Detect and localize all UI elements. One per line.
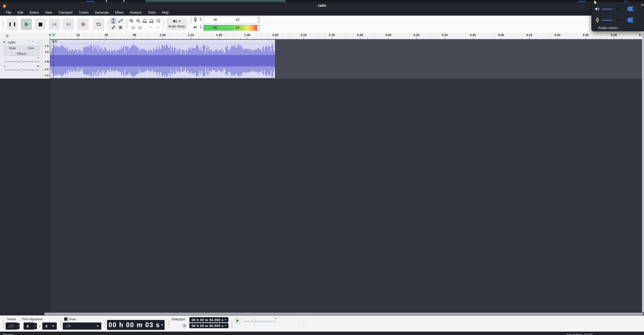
play-at-speed-button[interactable]	[234, 317, 241, 324]
menu-item[interactable]: Edit	[14, 11, 26, 15]
time-toolbar-grip[interactable]	[104, 320, 106, 328]
time-signature-lower-select[interactable]: 4	[42, 322, 57, 330]
play-at-speed-grip[interactable]	[231, 320, 233, 328]
audio-position-value: 00 h 00 m 03 s	[109, 321, 160, 329]
time-signature-upper-input[interactable]: 4	[24, 322, 35, 330]
skip-to-start-button[interactable]	[49, 19, 60, 30]
waveform[interactable]	[50, 43, 275, 78]
zoom-fit-button[interactable]	[149, 18, 155, 24]
selection-toolbar-grip[interactable]	[168, 320, 170, 328]
menu-item[interactable]: Transport	[55, 11, 76, 15]
track-collapse-icon[interactable]: ⌃	[31, 41, 34, 44]
recording-meter[interactable]: LR -48 -24	[193, 16, 263, 23]
output-volume-slider[interactable]	[602, 9, 621, 10]
gain-slider-thumb[interactable]	[20, 60, 23, 63]
tempo-stepper[interactable]	[17, 323, 20, 329]
pan-slider-thumb[interactable]	[20, 68, 23, 71]
selection-start-field[interactable]: 00 h 00 m 00.000 s	[189, 317, 228, 322]
timeline-tick	[360, 37, 360, 39]
menu-item[interactable]: View	[42, 11, 55, 15]
snap-select[interactable]: 1/8	[63, 322, 101, 330]
timeline-tick	[473, 37, 473, 39]
output-mute-toggle[interactable]	[627, 6, 637, 11]
input-volume-thumb[interactable]	[612, 18, 616, 22]
trim-audio-button[interactable]	[130, 25, 136, 30]
mute-button[interactable]: Mute	[4, 46, 21, 50]
transport-toolbar-grip[interactable]	[2, 20, 4, 29]
play-button[interactable]	[21, 19, 32, 30]
timeline-label: 0	[49, 33, 51, 37]
envelope-tool-button[interactable]	[117, 18, 123, 24]
snapping-toolbar-grip[interactable]	[60, 320, 62, 328]
menu-item[interactable]: File	[3, 11, 14, 15]
playback-meter[interactable]: LR -48 -24	[193, 24, 263, 31]
menu-item[interactable]: Generate	[92, 11, 112, 15]
menu-item[interactable]: Select	[26, 11, 42, 15]
recording-meter-grip[interactable]	[190, 16, 192, 23]
redo-button[interactable]	[155, 25, 161, 30]
menu-item[interactable]: Analyze	[127, 11, 145, 15]
track-close-icon[interactable]: ✕	[3, 40, 6, 44]
menu-item[interactable]: Help	[159, 11, 172, 15]
clip-indicator	[258, 25, 259, 30]
draw-tool-button[interactable]	[110, 25, 116, 30]
timeline-options-gear-icon[interactable]: ⚙	[6, 34, 9, 38]
horizontal-scrollbar[interactable]	[0, 312, 644, 315]
stop-button[interactable]	[35, 19, 46, 30]
chevron-down-icon	[225, 325, 226, 326]
audio-position-display[interactable]: 00 h 00 m 03 s	[107, 320, 165, 330]
multi-tool-button[interactable]	[117, 25, 123, 30]
input-mute-toggle[interactable]	[627, 18, 637, 22]
tools-toolbar-grip[interactable]	[108, 20, 109, 29]
loop-button[interactable]	[93, 19, 104, 30]
workspace[interactable]	[0, 79, 644, 312]
zoom-toggle-button[interactable]	[155, 18, 162, 24]
speed-slider-thumb[interactable]	[253, 320, 256, 323]
record-button[interactable]	[78, 19, 89, 30]
audio-clip[interactable]: radio ...	[50, 39, 275, 78]
menu-item[interactable]: Tracks	[76, 11, 92, 15]
gear-icon: ⚙	[183, 324, 186, 328]
menu-item[interactable]: Effect	[112, 11, 127, 15]
effects-button[interactable]: Effects	[4, 51, 40, 56]
clip-menu-icon[interactable]: ...	[269, 39, 273, 42]
menu-item[interactable]: Tools	[145, 11, 159, 15]
timeline-label: 4:15	[526, 33, 532, 37]
undo-button[interactable]	[148, 25, 154, 30]
zoom-in-icon	[129, 19, 134, 23]
track-menu-icon[interactable]: ...	[36, 39, 39, 43]
timeline-label: 30	[104, 33, 108, 37]
skip-to-end-button[interactable]	[63, 19, 74, 30]
timeline-label: 1:00	[160, 33, 166, 37]
track-name[interactable]: radio	[8, 41, 15, 44]
timeline-tick	[276, 37, 276, 39]
zoom-in-button[interactable]	[129, 18, 135, 24]
bottom-toolbar: Tempo 120 Time Signature 4 / 4 Snap 1/8 …	[0, 315, 644, 332]
selection-end-field[interactable]: 00 h 00 m 00.000 s	[189, 323, 228, 328]
timeline-tick	[78, 37, 78, 39]
selection-settings-button[interactable]: ⚙	[182, 323, 187, 328]
audio-setup-toolbar-grip[interactable]	[162, 20, 164, 29]
time-signature-toolbar-grip[interactable]	[2, 320, 4, 328]
silence-audio-button[interactable]	[137, 25, 143, 30]
output-volume-thumb[interactable]	[612, 7, 616, 11]
playhead-marker[interactable]	[52, 34, 55, 37]
tempo-input[interactable]: 120	[6, 322, 17, 330]
solo-button[interactable]: Solo	[22, 46, 40, 50]
snap-checkbox[interactable]	[64, 317, 67, 321]
horizontal-scrollbar-thumb[interactable]	[44, 313, 643, 315]
close-icon[interactable]: ✕	[641, 3, 643, 7]
zoom-out-button[interactable]	[135, 18, 141, 24]
timeline-ruler[interactable]: ⚙ 01530451:001:151:301:452:002:152:302:4…	[0, 33, 644, 39]
background-window-strip	[0, 0, 644, 2]
time-signature-upper-stepper[interactable]	[35, 323, 37, 329]
pause-button[interactable]	[7, 19, 18, 30]
audio-setup-button[interactable]: Audio Setup	[166, 18, 187, 30]
selection-tool-button[interactable]	[110, 18, 116, 24]
edit-toolbar-grip[interactable]	[125, 20, 127, 29]
clip-header[interactable]: radio ...	[50, 40, 275, 43]
vertical-scrollbar[interactable]	[642, 33, 644, 312]
input-volume-slider[interactable]	[602, 20, 621, 21]
zoom-selection-button[interactable]	[142, 18, 148, 24]
audio-mixer-link[interactable]: Audio mixer...	[598, 26, 620, 30]
